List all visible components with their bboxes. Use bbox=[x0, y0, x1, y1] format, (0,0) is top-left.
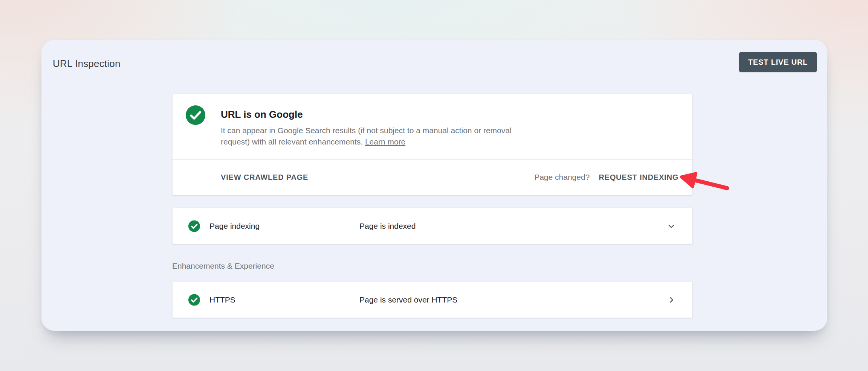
chevron-down-icon[interactable] bbox=[666, 220, 677, 232]
page-background: URL Inspection TEST LIVE URL URL is on G… bbox=[0, 0, 868, 371]
url-inspection-panel: URL Inspection TEST LIVE URL URL is on G… bbox=[41, 40, 827, 331]
page-changed-label: Page changed? bbox=[534, 173, 590, 182]
row-label: HTTPS bbox=[209, 295, 235, 304]
url-status-card: URL is on Google It can appear in Google… bbox=[172, 94, 692, 195]
test-live-url-button[interactable]: TEST LIVE URL bbox=[739, 52, 817, 72]
status-title: URL is on Google bbox=[221, 108, 303, 121]
https-row[interactable]: HTTPS Page is served over HTTPS bbox=[172, 282, 692, 318]
request-indexing-link[interactable]: REQUEST INDEXING bbox=[599, 173, 679, 182]
row-label: Page indexing bbox=[209, 222, 260, 231]
row-status: Page is served over HTTPS bbox=[359, 295, 457, 304]
status-card-actions: VIEW CRAWLED PAGE Page changed? REQUEST … bbox=[173, 160, 692, 195]
chevron-right-icon[interactable] bbox=[666, 294, 677, 306]
page-title: URL Inspection bbox=[53, 57, 121, 70]
status-card-main: URL is on Google It can appear in Google… bbox=[173, 94, 692, 159]
view-crawled-page-link[interactable]: VIEW CRAWLED PAGE bbox=[221, 173, 308, 182]
check-circle-icon bbox=[186, 105, 205, 125]
check-circle-icon bbox=[188, 220, 200, 232]
status-description: It can appear in Google Search results (… bbox=[221, 125, 539, 147]
check-circle-icon bbox=[188, 294, 200, 306]
actions-right-group: Page changed? REQUEST INDEXING bbox=[534, 173, 679, 182]
learn-more-link[interactable]: Learn more bbox=[365, 137, 405, 146]
page-indexing-row[interactable]: Page indexing Page is indexed bbox=[172, 208, 692, 244]
row-status: Page is indexed bbox=[359, 222, 416, 231]
enhancements-section-label: Enhancements & Experience bbox=[172, 261, 274, 271]
